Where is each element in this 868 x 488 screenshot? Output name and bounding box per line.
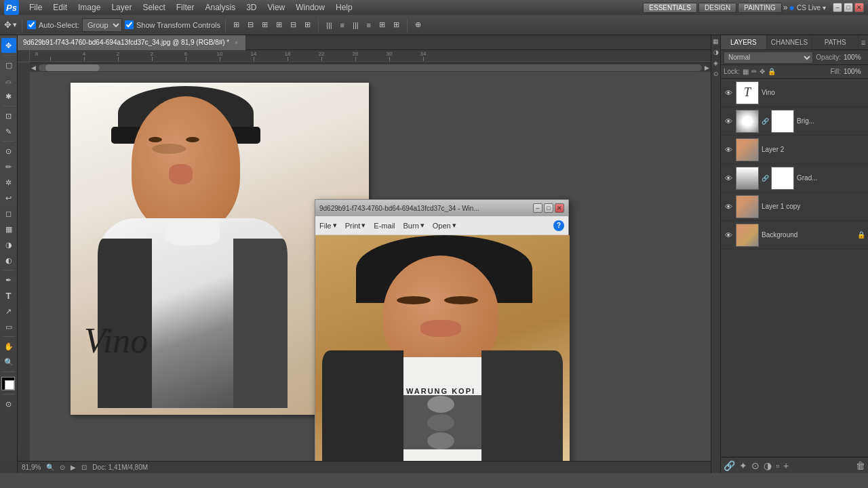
cs-live-button[interactable]: ● CS Live ▾ xyxy=(789,2,826,13)
layer-eye-vino[interactable]: 👁 xyxy=(724,88,733,98)
layer-link-gradient[interactable]: 🔗 xyxy=(762,175,768,182)
spot-heal-tool[interactable]: ⊙ xyxy=(1,144,16,159)
align-center-h-button[interactable]: ⊟ xyxy=(245,19,256,30)
lock-position-icon[interactable]: ✥ xyxy=(760,68,765,75)
menu-file[interactable]: File xyxy=(24,1,47,14)
lock-all-icon[interactable]: 🔒 xyxy=(768,68,776,75)
distribute-3-button[interactable]: ||| xyxy=(350,20,361,30)
photo-menu-open[interactable]: Open▾ xyxy=(433,221,456,230)
add-mask-button[interactable]: ⊙ xyxy=(751,460,760,471)
menu-filter[interactable]: Filter xyxy=(172,1,199,14)
menu-3d[interactable]: 3D xyxy=(241,1,261,14)
show-transform-checkbox[interactable] xyxy=(125,20,134,29)
distribute-6-button[interactable]: ⊞ xyxy=(391,19,402,30)
minimize-button[interactable]: – xyxy=(833,3,842,12)
layer-row-layer1copy[interactable]: 👁 Layer 1 copy xyxy=(721,192,868,221)
blend-mode-select[interactable]: Normal xyxy=(724,52,813,64)
foreground-color[interactable] xyxy=(1,377,15,390)
distribute-h-button[interactable]: ||| xyxy=(323,20,335,30)
menu-layer[interactable]: Layer xyxy=(106,1,136,14)
auto-select-checkbox[interactable] xyxy=(27,20,36,29)
horizontal-scrollbar[interactable]: ◀ ▶ xyxy=(30,62,711,72)
menu-help[interactable]: Help xyxy=(331,1,357,14)
new-group-button[interactable]: ▫ xyxy=(776,460,779,471)
close-button[interactable]: ✕ xyxy=(854,3,864,12)
move-tool[interactable]: ✥ xyxy=(1,38,16,53)
layer-eye-layer2[interactable]: 👁 xyxy=(724,145,733,155)
layer-row-layer2[interactable]: 👁 Layer 2 xyxy=(721,136,868,164)
layers-tab[interactable]: LAYERS xyxy=(721,35,767,49)
canvas-scroll[interactable]: Vino 9d629b91-f743-4760-bd64-694a13fcd37… xyxy=(30,62,711,461)
add-style-button[interactable]: ✦ xyxy=(739,460,747,471)
adjustments-icon[interactable]: ◑ xyxy=(712,47,720,57)
background-color[interactable] xyxy=(5,380,14,390)
path-select-tool[interactable]: ↗ xyxy=(1,304,16,319)
eyedropper-tool[interactable]: ✎ xyxy=(1,124,16,139)
brush-tool[interactable]: ✏ xyxy=(1,159,16,174)
maximize-button[interactable]: □ xyxy=(844,3,853,12)
photo-win-close[interactable]: ✕ xyxy=(555,203,564,213)
styles-icon[interactable]: ◈ xyxy=(712,58,720,68)
layers-panel-menu[interactable]: ≡ xyxy=(859,35,868,49)
layer-eye-gradient[interactable]: 👁 xyxy=(724,174,733,183)
menu-analysis[interactable]: Analysis xyxy=(200,1,240,14)
layer-row-background[interactable]: 👁 Background 🔒 xyxy=(721,221,868,249)
quick-mask-button[interactable]: ⊙ xyxy=(1,396,16,411)
text-tool[interactable]: T xyxy=(1,288,16,303)
photo-menu-file[interactable]: File▾ xyxy=(319,221,337,230)
lock-transparent-icon[interactable]: ▦ xyxy=(743,68,749,75)
clone-tool[interactable]: ✲ xyxy=(1,175,16,190)
scroll-left-arrow[interactable]: ◀ xyxy=(31,64,36,71)
scroll-right-arrow[interactable]: ▶ xyxy=(705,64,709,71)
pen-tool[interactable]: ✒ xyxy=(1,272,16,287)
lasso-tool[interactable]: ⌓ xyxy=(1,73,16,88)
layer-eye-layer1copy[interactable]: 👁 xyxy=(724,202,733,211)
essentials-button[interactable]: ESSENTIALS xyxy=(643,3,697,13)
design-button[interactable]: DESIGN xyxy=(698,3,736,13)
photo-menu-burn[interactable]: Burn▾ xyxy=(403,221,425,230)
photo-win-minimize[interactable]: – xyxy=(533,203,542,213)
zoom-tool[interactable]: 🔍 xyxy=(1,354,16,369)
paths-tab[interactable]: PATHS xyxy=(812,35,859,49)
link-layers-button[interactable]: 🔗 xyxy=(724,460,735,471)
history-brush-tool[interactable]: ↩ xyxy=(1,190,16,205)
gradient-tool[interactable]: ▦ xyxy=(1,222,16,237)
selection-tool[interactable]: ▢ xyxy=(1,58,16,73)
menu-edit[interactable]: Edit xyxy=(48,1,72,14)
layers-icon[interactable]: ▦ xyxy=(712,37,720,46)
photo-menu-email[interactable]: E-mail xyxy=(374,222,395,230)
masks-icon[interactable]: ⊙ xyxy=(712,69,720,79)
scrollbar-thumb[interactable] xyxy=(45,64,100,71)
auto-align-button[interactable]: ⊕ xyxy=(412,19,424,30)
align-left-button[interactable]: ⊞ xyxy=(231,19,242,30)
lock-pixels-icon[interactable]: ✏ xyxy=(751,68,757,75)
menu-window[interactable]: Window xyxy=(291,1,330,14)
layer-row-gradient[interactable]: 👁 🔗 Grad... xyxy=(721,164,868,192)
layer-eye-bright[interactable]: 👁 xyxy=(724,117,733,126)
layer-link-bright[interactable]: 🔗 xyxy=(762,118,768,125)
new-adjustment-button[interactable]: ◑ xyxy=(764,460,772,471)
blur-tool[interactable]: ◑ xyxy=(1,237,16,252)
eraser-tool[interactable]: ◻ xyxy=(1,206,16,221)
distribute-4-button[interactable]: ≡ xyxy=(364,20,374,30)
shape-tool[interactable]: ▭ xyxy=(1,319,16,334)
hand-tool[interactable]: ✋ xyxy=(1,339,16,354)
menu-select[interactable]: Select xyxy=(138,1,170,14)
photo-win-maximize[interactable]: □ xyxy=(544,203,553,213)
layer-row-vino[interactable]: 👁 T Vino xyxy=(721,79,868,107)
align-right-button[interactable]: ⊞ xyxy=(259,19,271,30)
photo-menu-print[interactable]: Print▾ xyxy=(345,221,366,230)
photo-help-button[interactable]: ? xyxy=(553,220,564,231)
tab-close-button[interactable]: × xyxy=(232,39,240,47)
new-layer-button[interactable]: + xyxy=(783,460,789,471)
layer-eye-background[interactable]: 👁 xyxy=(724,230,733,240)
align-bottom-button[interactable]: ⊞ xyxy=(302,19,313,30)
distribute-5-button[interactable]: ⊞ xyxy=(376,19,388,30)
layer-row-brightness[interactable]: 👁 🔗 Brig... xyxy=(721,107,868,136)
align-top-button[interactable]: ⊞ xyxy=(273,19,285,30)
align-middle-button[interactable]: ⊟ xyxy=(288,19,299,30)
workspace-more-icon[interactable]: » xyxy=(783,3,788,12)
scrollbar-track[interactable] xyxy=(39,64,702,71)
auto-select-dropdown[interactable]: Group xyxy=(82,18,122,32)
delete-layer-button[interactable]: 🗑 xyxy=(856,460,865,471)
